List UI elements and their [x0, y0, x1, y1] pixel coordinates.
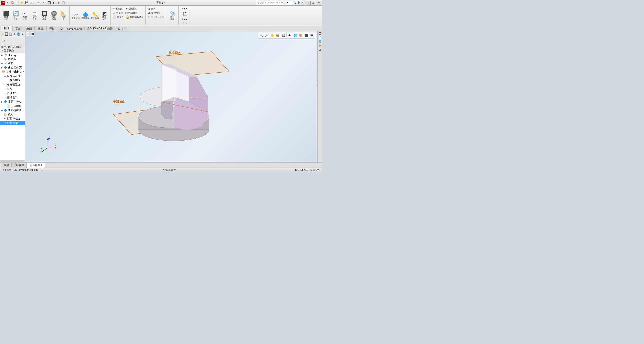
knit-btn[interactable]: 📎 缝合曲面: [168, 10, 177, 21]
right-icon-2[interactable]: 📄: [318, 36, 322, 39]
right-icon-3[interactable]: 🌐: [318, 40, 322, 43]
tab-sketch[interactable]: 草图: [12, 26, 23, 31]
thicken-row3: ⊙ 使用曲面切除: [147, 15, 165, 19]
thicken-cut-btn[interactable]: ⊗ 加厚切除: [147, 11, 160, 15]
search-placeholder: 搜索 SOLIDWORKS 帮助: [260, 1, 286, 4]
extrude-surface-btn[interactable]: ⬛ 拉伸曲面: [2, 10, 11, 21]
view-options-btn[interactable]: ⬛: [31, 32, 35, 36]
planar-region-btn[interactable]: ▱ 平面区域: [71, 10, 80, 21]
new-btn[interactable]: 📄: [15, 1, 20, 5]
app-menu-arrow[interactable]: ▼: [6, 2, 8, 4]
delete-hole-btn[interactable]: ⚪ 删除孔: [112, 15, 125, 19]
open-btn[interactable]: 📂: [20, 1, 24, 5]
appearance-btn[interactable]: 🌐: [17, 32, 20, 37]
loft-surface-btn[interactable]: ◻ 放样曲面: [30, 10, 39, 21]
right-icon-4[interactable]: 🎨: [318, 44, 322, 47]
tree-item-mirror1[interactable]: 🪞 镜向1: [0, 112, 25, 117]
tree-item-top-plane[interactable]: ▭ 上视基准面: [0, 78, 25, 82]
tree-item-loft1[interactable]: ▶ 🔷 曲面-放样1: [0, 108, 25, 112]
section-view-btn[interactable]: 🔲: [281, 33, 286, 38]
tree-item-sketch1[interactable]: 📄 (-) 草图1: [0, 104, 25, 108]
display-mode-btn[interactable]: 🌐: [293, 33, 298, 38]
boundary-surface-btn[interactable]: 🔲 边界曲面: [40, 10, 49, 21]
restore-btn[interactable]: ❐: [310, 1, 315, 5]
user-btn[interactable]: 👤: [297, 1, 300, 4]
options-btn[interactable]: ⚙: [56, 1, 61, 5]
untrim-btn[interactable]: 🔓 解除剪裁曲面: [125, 15, 144, 19]
trim-surface-btn[interactable]: ✄ 剪裁曲面: [124, 11, 138, 15]
tree-item-front-plane[interactable]: ▭ 前视基准面: [0, 74, 25, 78]
tab-annotation[interactable]: 标注: [35, 26, 46, 31]
freeform-btn[interactable]: 📐 自由形: [59, 10, 68, 21]
home-btn[interactable]: 🏠: [10, 1, 15, 5]
use-surface-cut-btn[interactable]: ⊙ 使用曲面切除: [147, 15, 165, 19]
print-btn[interactable]: 🖨: [29, 1, 34, 5]
tab-surface[interactable]: 曲面: [24, 26, 35, 31]
ruled-surface-btn[interactable]: 📏 直纹曲面: [90, 10, 99, 21]
feature-manager-btn[interactable]: ⚡: [1, 32, 4, 37]
sweep-surface-btn[interactable]: 〰 扫描曲面: [21, 10, 30, 21]
tree-item-trim2[interactable]: ✂ 曲面-剪裁2: [0, 121, 25, 125]
unfold-btn[interactable]: ◩ 曲面展平: [100, 10, 109, 21]
right-icon-5[interactable]: 🖼: [318, 48, 322, 51]
help2-btn[interactable]: ?: [301, 1, 303, 4]
minimize-btn[interactable]: —: [305, 1, 310, 5]
realview-btn[interactable]: ⬛: [304, 33, 309, 38]
help-btn[interactable]: ?: [295, 1, 296, 4]
undo-btn[interactable]: ↩: [36, 1, 40, 5]
tab-mbd[interactable]: MBD: [116, 27, 127, 31]
right-icon-1[interactable]: 🔲: [318, 32, 322, 35]
config-manager-btn[interactable]: 📋: [9, 32, 12, 37]
tab-features[interactable]: 特征: [1, 26, 12, 31]
copy-btn[interactable]: 📋: [61, 1, 66, 5]
extend-btn[interactable]: ↗ 延伸曲面: [124, 7, 137, 11]
appearance-vp-btn[interactable]: 🎨: [298, 33, 303, 38]
tree-item-plane1[interactable]: ▭ 基准面1: [0, 91, 25, 95]
viewport[interactable]: 基准面2 基准面1: [25, 31, 317, 162]
tree-item-history[interactable]: ▶ 🕐 History: [0, 53, 25, 57]
tab-model[interactable]: 模型: [1, 163, 12, 168]
tab-3d-view[interactable]: 3D 视图: [12, 163, 27, 168]
tab-mbd-dimensions[interactable]: MBD Dimensions: [58, 27, 85, 31]
tree-item-origin[interactable]: ✛ 原点: [0, 87, 25, 91]
tab-sw-plugins[interactable]: SOLIDWORKS 插件: [85, 26, 115, 31]
h-scrollbar[interactable]: [1, 161, 24, 162]
curves-btn[interactable]: 〜 曲线: [180, 17, 189, 25]
redo-btn[interactable]: ↪: [41, 1, 45, 5]
offset-surface-btn[interactable]: 🔷 等距曲面: [81, 10, 90, 21]
3d-view-btn[interactable]: 📦: [275, 33, 280, 38]
tree-item-solid-bodies[interactable]: ▶ 🔷 曲面实体(1): [0, 65, 25, 70]
revolve-surface-btn[interactable]: 🔄 旋转曲面: [11, 10, 20, 21]
tree-item-right-plane[interactable]: ▭ 右视基准面: [0, 82, 25, 87]
reference-btn[interactable]: 〰 参考几...: [180, 7, 189, 16]
property-manager-btn[interactable]: 🔲: [5, 32, 8, 37]
tab-evaluate[interactable]: 评估: [46, 26, 57, 31]
tree-item-sensors[interactable]: 📡 传感器: [0, 57, 25, 61]
more-btn[interactable]: ➤: [21, 32, 24, 37]
filter-btn[interactable]: ⚗: [1, 38, 6, 44]
zoom-to-fit-btn[interactable]: 🔍: [259, 33, 264, 38]
delete-face-btn[interactable]: ✂ 删除面: [112, 7, 123, 11]
zoom-to-selection-btn[interactable]: 🔎: [264, 33, 269, 38]
search-bar[interactable]: 🔍 搜索 SOLIDWORKS 帮助 ▼: [256, 1, 293, 5]
close-btn[interactable]: ✕: [316, 1, 321, 5]
tree-item-annotations[interactable]: ▶ 📝 注解: [0, 61, 25, 65]
save-btn[interactable]: 💾: [25, 1, 29, 5]
run-btn[interactable]: ▶: [52, 1, 56, 5]
hide-show-btn[interactable]: 👁: [287, 33, 292, 38]
tab-motion-study[interactable]: 运动算例 1: [27, 163, 45, 168]
search-dropdown[interactable]: ▼: [286, 2, 288, 4]
replace-face-btn[interactable]: ↔ 替换面: [112, 11, 124, 15]
view-expand-btn[interactable]: ⬜: [26, 32, 30, 36]
pan-btn[interactable]: 🖐: [270, 33, 275, 38]
tree-item-plane2[interactable]: ▭ 基准面2: [0, 95, 25, 100]
tree-item-material[interactable]: 🎨 材质 <未指定>: [0, 70, 25, 74]
tree-item-trim1[interactable]: ✂ 曲面-剪裁1: [0, 117, 25, 121]
tree-item-surface-revolve2[interactable]: ▶ 🔷 曲面-旋转2: [0, 100, 25, 104]
rebuild-btn[interactable]: 🔲: [47, 1, 51, 5]
fill-surface-btn[interactable]: 🔘 填充曲面: [49, 10, 58, 21]
scene-btn[interactable]: 💻: [309, 33, 314, 38]
plane2-label: 基准面2: [7, 96, 17, 99]
thicken-btn[interactable]: ⊕ 加厚: [147, 7, 156, 11]
dim-expert-btn[interactable]: ✛: [13, 32, 16, 37]
